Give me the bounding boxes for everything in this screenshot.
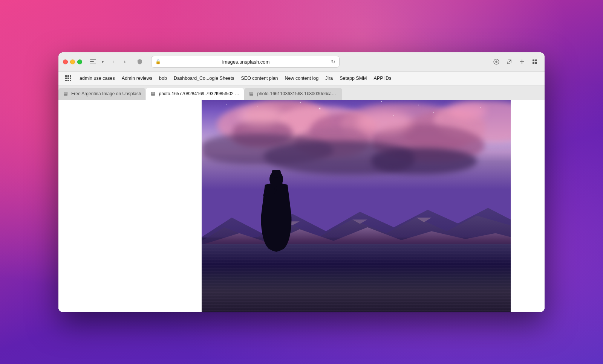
water-layer — [202, 244, 511, 312]
back-button[interactable]: ‹ — [108, 56, 119, 67]
forward-button[interactable]: › — [119, 56, 130, 67]
tabs-bar: Free Argentina Image on Unsplash photo-1… — [58, 85, 545, 100]
stars-layer — [202, 100, 511, 185]
tab-1-favicon — [63, 91, 68, 96]
bookmark-dashboard[interactable]: Dashboard_Co...ogle Sheets — [171, 74, 237, 82]
bookmark-setapp[interactable]: Setapp SMM — [337, 74, 370, 82]
maximize-button[interactable] — [77, 59, 82, 64]
svg-rect-6 — [64, 92, 67, 94]
photo-display — [202, 100, 511, 312]
tab-3[interactable]: photo-1661103631568-1b80030e6ca6 871×580… — [244, 88, 342, 100]
toolbar-right — [491, 56, 540, 67]
svg-rect-4 — [535, 62, 537, 64]
tab-3-title: photo-1661103631568-1b80030e6ca6 871×580… — [257, 91, 338, 96]
image-viewport — [168, 100, 545, 312]
person-silhouette — [257, 170, 295, 253]
sidebar-toggle-button[interactable] — [88, 58, 98, 65]
bookmark-seo[interactable]: SEO content plan — [238, 74, 281, 82]
traffic-lights — [63, 59, 82, 64]
chevron-down-icon: ▾ — [102, 60, 104, 64]
url-text: images.unsplash.com — [163, 59, 329, 65]
water-reflection — [202, 244, 511, 312]
new-tab-button[interactable] — [517, 56, 527, 67]
grid-icon — [65, 75, 71, 81]
bookmarks-bar: admin use cases Admin reviews bob Dashbo… — [58, 72, 545, 85]
tab-2[interactable]: photo-1657708284169-7932f985f502 2 264x2… — [146, 88, 244, 100]
bookmark-app-ids[interactable]: APP IDs — [371, 74, 395, 82]
tab-1[interactable]: Free Argentina Image on Unsplash — [58, 88, 145, 100]
svg-rect-8 — [152, 92, 155, 94]
browser-window: ▾ ‹ › 🔒 images.unsplash.com ↻ — [58, 52, 545, 312]
tab-1-title: Free Argentina Image on Unsplash — [71, 91, 141, 96]
reload-button[interactable]: ↻ — [331, 59, 335, 65]
minimize-button[interactable] — [70, 59, 75, 64]
close-button[interactable] — [63, 59, 68, 64]
photo-scene — [202, 100, 511, 312]
lock-icon: 🔒 — [155, 59, 161, 64]
apps-grid-button[interactable] — [63, 73, 73, 84]
download-button[interactable] — [491, 56, 502, 67]
tab-2-favicon — [150, 91, 156, 96]
bookmark-admin-reviews[interactable]: Admin reviews — [119, 74, 155, 82]
tab-2-title: photo-1657708284169-7932f985f502 2 264x2… — [159, 91, 239, 96]
address-bar[interactable]: 🔒 images.unsplash.com ↻ — [151, 56, 340, 68]
left-panel — [58, 100, 168, 312]
title-bar: ▾ ‹ › 🔒 images.unsplash.com ↻ — [58, 52, 545, 72]
nav-arrows: ‹ › — [108, 56, 130, 67]
sidebar-toggle-icon — [90, 59, 96, 64]
share-button[interactable] — [504, 56, 514, 67]
bookmark-new-content-log[interactable]: New content log — [282, 74, 321, 82]
bookmark-bob[interactable]: bob — [156, 74, 170, 82]
svg-rect-3 — [533, 62, 534, 64]
svg-rect-10 — [250, 92, 253, 94]
svg-rect-2 — [535, 59, 537, 61]
bookmark-admin-use-cases[interactable]: admin use cases — [77, 74, 118, 82]
browser-content — [58, 100, 545, 312]
tab-3-favicon — [249, 91, 254, 96]
privacy-icon — [135, 56, 145, 67]
bookmark-jira[interactable]: Jira — [322, 74, 336, 82]
grid-view-button[interactable] — [530, 56, 540, 67]
svg-rect-1 — [533, 59, 534, 61]
